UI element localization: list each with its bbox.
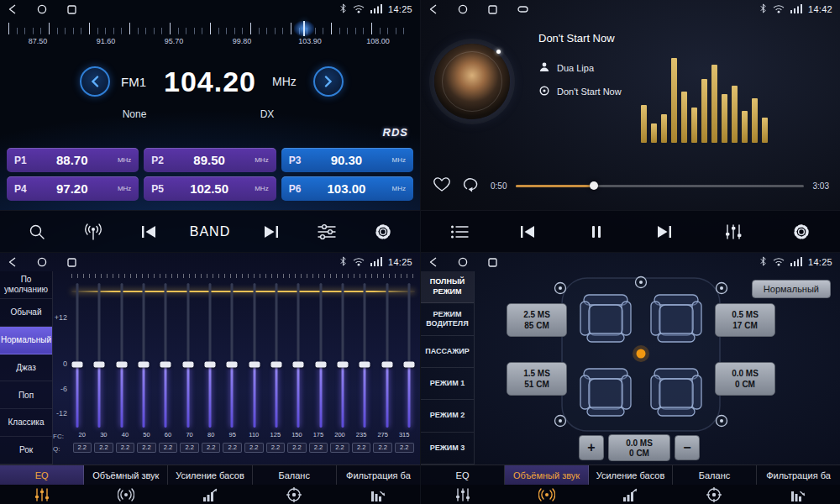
nav-back-icon[interactable]: [8, 4, 17, 14]
slider-knob[interactable]: [204, 361, 215, 367]
sound-settings-tab[interactable]: Фильтрация ба: [757, 465, 840, 485]
eq-sliders-icon[interactable]: [421, 485, 505, 504]
radio-preset-button[interactable]: P1 88.70 MHz: [7, 148, 139, 172]
nav-recents-icon[interactable]: [67, 5, 76, 14]
filter-icon[interactable]: [756, 485, 840, 504]
next-station-icon[interactable]: [256, 216, 286, 248]
speaker-delay-button[interactable]: 2.5 MS 85 CM: [507, 303, 567, 337]
frequency-ruler[interactable]: [8, 23, 412, 34]
sound-settings-tab[interactable]: Баланс: [253, 465, 337, 485]
eq-band-slider[interactable]: [138, 281, 150, 429]
eq-preset-item[interactable]: Джаз: [0, 354, 52, 382]
broadcast-icon[interactable]: [78, 216, 108, 248]
eq-preset-item[interactable]: Классика: [0, 409, 52, 437]
eq-preset-item[interactable]: Обычай: [0, 299, 52, 327]
slider-knob[interactable]: [360, 361, 370, 367]
surround-mode-item[interactable]: ПАССАЖИР: [421, 336, 474, 368]
speaker-delay-button[interactable]: 0.5 MS 17 CM: [715, 303, 775, 337]
nav-home-icon[interactable]: [37, 257, 47, 267]
sound-settings-tab[interactable]: EQ: [0, 465, 84, 485]
surround-mode-item[interactable]: РЕЖИМ 3: [421, 433, 474, 465]
nav-back-icon[interactable]: [8, 257, 17, 267]
eq-band-slider[interactable]: [116, 281, 128, 429]
eq-band-slider[interactable]: [315, 281, 327, 429]
nav-recents-icon[interactable]: [67, 258, 76, 267]
slider-knob[interactable]: [182, 361, 193, 367]
tune-down-button[interactable]: [80, 66, 110, 97]
slider-knob[interactable]: [249, 361, 260, 367]
slider-knob[interactable]: [72, 361, 83, 367]
radio-preset-button[interactable]: P2 89.50 MHz: [144, 148, 276, 172]
sound-settings-tab[interactable]: Баланс: [673, 465, 757, 485]
balance-icon[interactable]: [672, 485, 756, 504]
balance-icon[interactable]: [252, 485, 336, 504]
nav-home-icon[interactable]: [458, 257, 468, 267]
nav-recents-icon[interactable]: [488, 258, 497, 267]
nav-home-icon[interactable]: [37, 4, 47, 14]
surround-sound-icon[interactable]: [505, 485, 589, 504]
eq-band-slider[interactable]: [381, 281, 393, 429]
nav-recents-icon[interactable]: [488, 5, 497, 14]
surround-mode-item[interactable]: РЕЖИМ 1: [421, 368, 474, 400]
delay-decrease-button[interactable]: −: [675, 435, 700, 460]
pause-icon[interactable]: [581, 216, 612, 248]
sound-settings-tab[interactable]: Усиление басов: [168, 465, 252, 485]
tune-up-button[interactable]: [313, 66, 344, 97]
band-button[interactable]: BAND: [190, 216, 230, 248]
radio-preset-button[interactable]: P3 90.30 MHz: [281, 148, 413, 172]
eq-band-slider[interactable]: [292, 281, 304, 429]
eq-band-slider[interactable]: [270, 281, 282, 429]
speaker-delay-button[interactable]: 0.0 MS 0 CM: [715, 362, 775, 396]
nav-back-icon[interactable]: [428, 4, 438, 14]
sound-settings-tab[interactable]: Объёмный звук: [505, 465, 589, 485]
settings-gear-icon[interactable]: [368, 216, 398, 248]
progress-bar[interactable]: [516, 185, 803, 187]
scan-icon[interactable]: [22, 216, 52, 248]
delay-increase-button[interactable]: +: [579, 435, 604, 460]
previous-track-icon[interactable]: [512, 216, 543, 248]
slider-knob[interactable]: [381, 361, 392, 367]
slider-knob[interactable]: [116, 361, 127, 367]
previous-station-icon[interactable]: [134, 216, 164, 248]
eq-preset-item[interactable]: Рок: [0, 437, 52, 465]
eq-band-slider[interactable]: [93, 281, 105, 429]
slider-knob[interactable]: [270, 361, 281, 367]
radio-preset-button[interactable]: P6 103.00 MHz: [281, 176, 413, 201]
settings-gear-icon[interactable]: [786, 216, 816, 248]
bass-boost-icon[interactable]: [589, 485, 673, 504]
progress-knob[interactable]: [590, 181, 598, 190]
filter-icon[interactable]: [336, 485, 420, 504]
eq-band-slider[interactable]: [71, 281, 83, 429]
nav-home-icon[interactable]: [458, 4, 468, 14]
sound-profile-button[interactable]: Нормальный: [752, 280, 831, 298]
surround-mode-item[interactable]: ПОЛНЫЙ РЕЖИМ: [421, 271, 474, 303]
sound-settings-tab[interactable]: EQ: [421, 465, 505, 485]
bass-boost-icon[interactable]: [168, 485, 252, 504]
eq-preset-item[interactable]: По умолчанию: [0, 271, 52, 299]
eq-band-slider[interactable]: [160, 281, 171, 429]
eq-preset-item[interactable]: Нормальный: [0, 327, 52, 354]
audio-settings-icon[interactable]: [312, 216, 342, 248]
audio-settings-icon[interactable]: [718, 216, 748, 248]
eq-band-slider[interactable]: [204, 281, 216, 429]
surround-mode-item[interactable]: РЕЖИМ 2: [421, 400, 474, 432]
slider-knob[interactable]: [337, 361, 348, 367]
speaker-delay-button[interactable]: 1.5 MS 51 CM: [507, 362, 567, 396]
slider-knob[interactable]: [138, 361, 149, 367]
radio-preset-button[interactable]: P4 97.20 MHz: [7, 176, 139, 201]
eq-band-slider[interactable]: [249, 281, 260, 429]
favorite-heart-icon[interactable]: [432, 176, 452, 196]
eq-sliders-icon[interactable]: [0, 485, 84, 504]
sound-settings-tab[interactable]: Усиление басов: [589, 465, 673, 485]
repeat-icon[interactable]: [461, 176, 481, 196]
slider-knob[interactable]: [403, 361, 414, 367]
slider-knob[interactable]: [160, 361, 171, 367]
playlist-icon[interactable]: [444, 216, 475, 248]
surround-sound-icon[interactable]: [84, 485, 168, 504]
eq-band-slider[interactable]: [337, 281, 349, 429]
radio-preset-button[interactable]: P5 102.50 MHz: [144, 176, 276, 201]
eq-band-slider[interactable]: [226, 281, 238, 429]
slider-knob[interactable]: [227, 361, 238, 367]
sound-settings-tab[interactable]: Объёмный звук: [84, 465, 168, 485]
eq-band-slider[interactable]: [359, 281, 370, 429]
